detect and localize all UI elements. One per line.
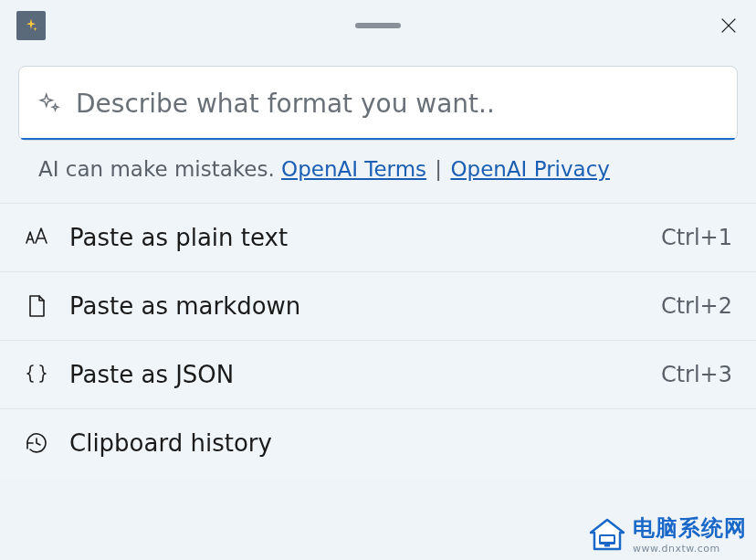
- menu-label: Paste as JSON: [69, 361, 661, 388]
- openai-terms-link[interactable]: OpenAI Terms: [281, 157, 426, 181]
- braces-icon: [24, 362, 57, 387]
- menu-shortcut: Ctrl+1: [661, 225, 732, 250]
- document-icon: [24, 293, 57, 319]
- format-input[interactable]: [76, 89, 719, 119]
- sparkle-icon: [37, 91, 61, 115]
- watermark-logo-icon: [587, 516, 627, 553]
- clipboard-history-item[interactable]: Clipboard history: [0, 408, 756, 477]
- menu-shortcut: Ctrl+2: [661, 293, 732, 319]
- app-icon: [16, 11, 46, 40]
- paste-json-item[interactable]: Paste as JSON Ctrl+3: [0, 340, 756, 408]
- menu-label: Paste as plain text: [69, 224, 661, 251]
- menu-label: Clipboard history: [69, 429, 732, 457]
- drag-handle[interactable]: [355, 23, 401, 28]
- menu-label: Paste as markdown: [69, 292, 661, 320]
- svg-rect-2: [599, 534, 615, 544]
- svg-rect-4: [604, 544, 610, 547]
- openai-privacy-link[interactable]: OpenAI Privacy: [450, 157, 610, 181]
- history-icon: [24, 430, 57, 456]
- watermark: 电脑系统网 www.dnxtw.com: [587, 513, 747, 555]
- watermark-title: 电脑系统网: [633, 513, 747, 543]
- input-section: AI can make mistakes. OpenAI Terms | Ope…: [0, 51, 756, 203]
- disclaimer-text: AI can make mistakes.: [38, 157, 281, 181]
- svg-rect-3: [601, 536, 614, 542]
- link-separator: |: [428, 157, 448, 181]
- close-button[interactable]: [701, 0, 756, 51]
- ai-disclaimer: AI can make mistakes. OpenAI Terms | Ope…: [18, 141, 738, 203]
- menu-shortcut: Ctrl+3: [661, 362, 732, 387]
- watermark-url: www.dnxtw.com: [633, 543, 720, 555]
- paste-plain-text-item[interactable]: Paste as plain text Ctrl+1: [0, 203, 756, 271]
- text-size-icon: [24, 225, 57, 250]
- format-input-wrapper[interactable]: [18, 66, 738, 141]
- paste-options-list: Paste as plain text Ctrl+1 Paste as mark…: [0, 203, 756, 477]
- paste-markdown-item[interactable]: Paste as markdown Ctrl+2: [0, 271, 756, 340]
- titlebar: [0, 0, 756, 51]
